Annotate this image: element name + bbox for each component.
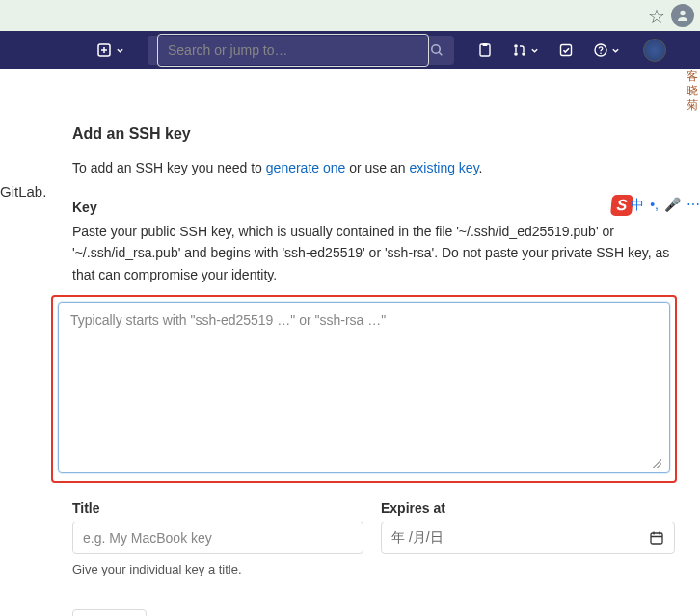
svg-point-10 (600, 53, 602, 55)
bookmark-star-icon[interactable]: ☆ (648, 5, 665, 28)
floating-username-chars: 客晓菊 (687, 69, 698, 113)
sidebar-gitlab-label: GitLab. (0, 183, 46, 200)
date-placeholder: 年 /月/日 (391, 529, 444, 547)
expires-label: Expires at (381, 500, 675, 516)
user-avatar[interactable] (643, 39, 666, 62)
ssh-key-form: Add an SSH key To add an SSH key you nee… (72, 125, 675, 616)
title-hint: Give your individual key a title. (72, 562, 363, 576)
key-description: Paste your public SSH key, which is usua… (72, 221, 675, 285)
section-heading: Add an SSH key (72, 125, 675, 143)
merge-requests-icon[interactable] (512, 42, 539, 58)
intro-text: To add an SSH key you need to generate o… (72, 158, 675, 178)
ssh-key-textarea[interactable] (58, 302, 670, 473)
key-label: Key (72, 200, 675, 215)
add-key-button[interactable]: Add key (72, 609, 147, 616)
svg-point-6 (514, 52, 518, 56)
nav-icon-group (477, 39, 666, 62)
svg-rect-4 (483, 43, 488, 46)
gitlab-navbar (0, 31, 700, 69)
caret-down-icon (116, 46, 124, 55)
svg-rect-8 (561, 45, 572, 56)
existing-key-link[interactable]: existing key (410, 160, 479, 175)
title-input[interactable] (72, 522, 363, 554)
search-icon[interactable] (429, 42, 444, 58)
svg-point-0 (680, 11, 685, 15)
highlight-annotation (51, 295, 677, 483)
svg-point-2 (432, 45, 440, 53)
issues-icon[interactable] (477, 42, 493, 58)
create-new-button[interactable] (96, 42, 124, 58)
title-label: Title (72, 500, 363, 516)
expires-date-input[interactable]: 年 /月/日 (381, 522, 675, 554)
svg-point-7 (522, 52, 525, 56)
caret-down-icon (530, 46, 539, 55)
ime-more-icon[interactable]: ⋯ (687, 197, 700, 214)
help-icon[interactable] (593, 42, 620, 58)
browser-chrome-bar: ☆ (0, 0, 700, 31)
browser-profile-icon[interactable] (671, 4, 694, 27)
caret-down-icon (611, 46, 620, 55)
search-input[interactable] (157, 34, 429, 67)
svg-rect-11 (651, 533, 662, 544)
todos-icon[interactable] (558, 42, 574, 58)
calendar-icon (649, 530, 664, 546)
global-search[interactable] (148, 36, 454, 65)
generate-one-link[interactable]: generate one (266, 160, 346, 175)
svg-point-5 (514, 44, 518, 48)
